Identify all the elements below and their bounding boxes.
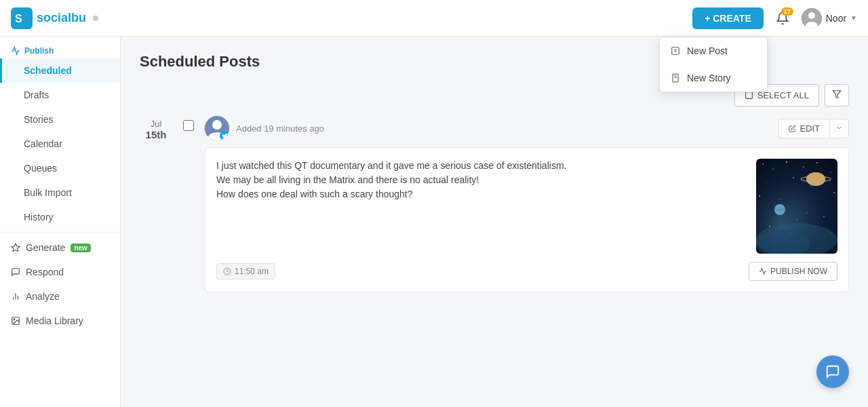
create-dropdown-menu: New Post New Story <box>659 37 768 92</box>
notification-badge: 17 <box>781 7 793 16</box>
new-post-menu-item[interactable]: New Post <box>660 37 767 64</box>
svg-point-47 <box>769 226 770 227</box>
post-checkbox[interactable] <box>183 120 194 131</box>
respond-label: Respond <box>26 267 64 277</box>
svg-point-48 <box>823 216 825 217</box>
sidebar-publish-section: Publish <box>0 37 120 58</box>
analyze-label: Analyze <box>26 291 60 302</box>
sidebar: Publish Scheduled Drafts Stories Calenda… <box>0 37 121 407</box>
user-menu[interactable]: Noor ▼ <box>802 8 857 28</box>
history-label: History <box>24 212 54 222</box>
new-post-icon <box>671 46 680 56</box>
svg-marker-11 <box>12 244 20 251</box>
new-story-menu-item[interactable]: New Story <box>660 64 767 92</box>
media-library-label: Media Library <box>26 315 83 326</box>
sidebar-divider-1 <box>0 232 120 233</box>
svg-point-50 <box>830 233 831 233</box>
svg-point-35 <box>780 199 781 200</box>
publish-now-button[interactable]: PUBLISH NOW <box>749 262 837 281</box>
svg-point-36 <box>833 192 835 193</box>
sidebar-analyze[interactable]: Analyze <box>0 284 120 309</box>
app-header: S socialbu + CREATE 17 Noor ▼ <box>0 0 868 37</box>
post-text-line2: We may be all living in the Matrix and t… <box>216 173 745 187</box>
svg-point-28 <box>816 162 818 163</box>
svg-point-30 <box>766 182 767 183</box>
post-text-line3: How does one deal with such a scary thou… <box>216 187 745 201</box>
logo-icon: S <box>11 7 33 29</box>
logo-text: socialbu <box>37 11 86 25</box>
post-footer: 11:50 am PUBLISH NOW <box>216 262 837 281</box>
post-body: I just watched this QT documentary and i… <box>216 159 837 254</box>
status-dot <box>93 16 98 21</box>
new-post-label: New Post <box>687 45 728 56</box>
post-actions: EDIT <box>778 119 849 138</box>
user-name-label: Noor <box>826 13 846 24</box>
queues-label: Queues <box>24 163 57 174</box>
svg-point-16 <box>14 319 15 320</box>
post-row: Jul 15th <box>140 116 849 292</box>
sidebar-item-queues[interactable]: Queues <box>0 156 120 180</box>
header-right: + CREATE 17 Noor ▼ <box>692 7 857 29</box>
media-library-icon <box>11 316 20 326</box>
svg-rect-17 <box>745 92 752 99</box>
svg-text:S: S <box>15 13 22 24</box>
posts-area: Jul 15th <box>140 116 849 292</box>
svg-point-3 <box>808 12 815 19</box>
post-time: 11:50 am <box>216 263 275 279</box>
post-dropdown-button[interactable] <box>829 119 849 138</box>
svg-point-31 <box>793 177 794 178</box>
svg-marker-18 <box>833 91 841 98</box>
drafts-label: Drafts <box>24 90 49 100</box>
generate-label: Generate <box>26 242 65 253</box>
svg-point-34 <box>759 195 760 197</box>
post-image <box>756 159 837 254</box>
filter-button[interactable] <box>825 84 849 106</box>
post-card: I just watched this QT documentary and i… <box>205 147 849 292</box>
bulk-import-label: Bulk Import <box>24 187 72 198</box>
filter-icon <box>832 90 842 99</box>
post-card-wrapper: Added 19 minutes ago EDIT <box>205 116 849 292</box>
chevron-down-icon: ▼ <box>850 14 857 22</box>
clock-icon <box>223 267 231 275</box>
sidebar-generate[interactable]: Generate new <box>0 235 120 260</box>
sidebar-item-stories[interactable]: Stories <box>0 107 120 132</box>
generate-icon <box>11 243 20 252</box>
publish-icon <box>11 46 20 56</box>
scheduled-label: Scheduled <box>24 65 72 76</box>
calendar-label: Calendar <box>24 138 62 149</box>
new-story-label: New Story <box>687 73 731 83</box>
edit-label: EDIT <box>800 123 820 134</box>
sidebar-item-bulk-import[interactable]: Bulk Import <box>0 180 120 205</box>
svg-point-40 <box>809 173 823 181</box>
chevron-down-post-icon <box>835 124 843 132</box>
edit-icon <box>789 125 796 132</box>
post-date-block: Jul 15th <box>140 116 172 140</box>
sidebar-respond[interactable]: Respond <box>0 260 120 284</box>
sidebar-item-scheduled[interactable]: Scheduled <box>0 58 120 83</box>
svg-point-26 <box>786 161 787 163</box>
create-button[interactable]: + CREATE <box>692 7 764 29</box>
svg-point-42 <box>774 208 785 212</box>
post-added-label: Added 19 minutes ago <box>236 123 772 134</box>
sidebar-media-library[interactable]: Media Library <box>0 309 120 333</box>
svg-point-46 <box>807 213 808 214</box>
post-month: Jul <box>140 119 172 129</box>
post-avatar <box>205 116 229 140</box>
publish-now-icon <box>759 267 767 275</box>
avatar <box>802 8 822 28</box>
notification-bell[interactable]: 17 <box>772 7 793 29</box>
chat-fab-button[interactable] <box>816 355 849 388</box>
svg-point-49 <box>790 233 791 234</box>
svg-point-45 <box>796 219 797 220</box>
generate-new-badge: new <box>71 244 90 252</box>
logo-area: S socialbu <box>11 7 98 29</box>
post-text-line1: I just watched this QT documentary and i… <box>216 159 745 173</box>
chat-fab-icon <box>825 364 840 379</box>
edit-button[interactable]: EDIT <box>778 119 829 138</box>
svg-point-20 <box>212 120 222 130</box>
sidebar-item-drafts[interactable]: Drafts <box>0 83 120 107</box>
svg-point-29 <box>830 172 831 172</box>
svg-point-24 <box>762 163 764 165</box>
sidebar-item-history[interactable]: History <box>0 205 120 229</box>
sidebar-item-calendar[interactable]: Calendar <box>0 132 120 156</box>
